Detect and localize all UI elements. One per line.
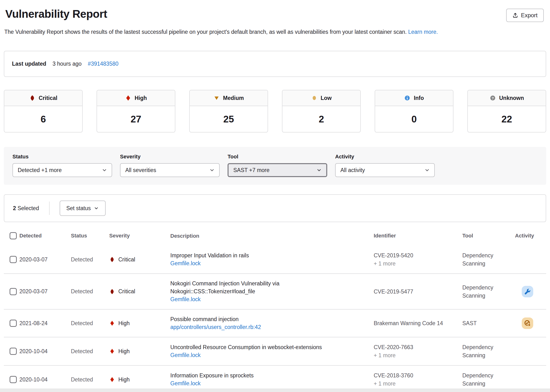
issue-created-badge[interactable] [522, 286, 533, 297]
table-row[interactable]: 2020-10-04 Detected High Information Exp… [4, 366, 546, 392]
row-checkbox[interactable] [10, 376, 17, 383]
filter-status: Status Detected +1 more [13, 154, 112, 177]
severity-card-count: 6 [4, 106, 82, 132]
severity-card-label: Critical [39, 95, 57, 101]
status-text: Detected [71, 376, 109, 383]
tool-text: Dependency Scanning [462, 283, 515, 300]
severity-card-high[interactable]: High 27 [97, 90, 175, 133]
row-checkbox[interactable] [10, 348, 17, 355]
dismissed-badge[interactable] [522, 317, 533, 329]
severity-high-icon [109, 348, 115, 354]
table-row[interactable]: 2020-10-04 Detected High Uncontrolled Re… [4, 337, 546, 366]
severity-card-label: Info [414, 95, 424, 101]
tool-filter-dropdown[interactable]: SAST +7 more [228, 163, 327, 177]
vulnerability-location-link[interactable]: Gemfile.lock [170, 295, 201, 303]
row-checkbox[interactable] [10, 288, 17, 295]
severity-high-icon [109, 320, 115, 326]
set-status-button[interactable]: Set status [60, 201, 106, 216]
selected-count-label: Selected [17, 205, 39, 211]
filter-activity: Activity All activity [335, 154, 435, 177]
severity-card-info[interactable]: Info 0 [375, 90, 453, 133]
activity-filter-dropdown[interactable]: All activity [335, 163, 435, 177]
row-checkbox[interactable] [10, 320, 17, 327]
severity-card-label: Low [321, 95, 332, 101]
identifier-text: CVE-2020-7663 [374, 343, 458, 351]
filters-bar: Status Detected +1 more Severity All sev… [4, 147, 546, 185]
column-header-identifier: Identifier [374, 232, 462, 240]
column-header-tool: Tool [462, 232, 515, 240]
status-text: Detected [71, 256, 109, 263]
bottom-scroll-strip [0, 389, 550, 392]
last-updated-label: Last updated [12, 61, 46, 67]
severity-card-low[interactable]: Low 2 [282, 90, 361, 133]
svg-text:?: ? [492, 96, 494, 100]
vulnerability-title: Improper Input Validation in rails [170, 252, 364, 259]
chevron-down-icon [424, 167, 430, 173]
chevron-down-icon [316, 167, 322, 173]
identifier-text: CVE-2019-5477 [374, 287, 458, 296]
severity-medium-icon [213, 95, 220, 101]
table-row[interactable]: 2020-03-07 Detected Critical Nokogiri Co… [4, 274, 546, 310]
table-row[interactable]: 2020-03-07 Detected Critical Improper In… [4, 245, 546, 274]
column-header-status: Status [71, 233, 109, 239]
tool-text: Dependency Scanning [462, 251, 515, 268]
learn-more-link[interactable]: Learn more. [408, 29, 438, 35]
select-all-checkbox[interactable] [10, 232, 17, 239]
activity-cell [515, 317, 546, 329]
vulnerability-location-link[interactable]: Gemfile.lock [170, 259, 201, 267]
page-header: Vulnerability Report Export [4, 7, 546, 22]
export-button[interactable]: Export [506, 9, 544, 22]
wrench-icon [524, 288, 531, 295]
column-header-activity: Activity [515, 233, 546, 239]
severity-high-icon [109, 377, 115, 382]
check-dismissed-icon [524, 320, 531, 327]
row-checkbox[interactable] [10, 256, 17, 263]
last-updated-time: 3 hours ago [52, 61, 81, 67]
vulnerability-report-page: Vulnerability Report Export The Vulnerab… [0, 0, 550, 392]
status-text: Detected [71, 320, 109, 327]
vulnerability-location-link[interactable]: Gemfile.lock [170, 351, 201, 359]
filter-severity-label: Severity [120, 154, 220, 160]
toolbar-divider [49, 202, 49, 215]
severity-label: Critical [118, 288, 135, 295]
tool-filter-value: SAST +7 more [233, 167, 270, 174]
severity-card-count: 0 [375, 106, 453, 132]
severity-high-icon [125, 95, 131, 101]
detected-date: 2020-03-07 [19, 288, 71, 295]
filter-severity: Severity All severities [120, 154, 220, 177]
tool-text: Dependency Scanning [462, 371, 515, 388]
vulnerability-title: Possible command injection [170, 315, 364, 323]
vulnerability-location-link[interactable]: app/controllers/users_controller.rb:42 [170, 323, 261, 331]
severity-info-icon [404, 95, 410, 101]
filter-activity-label: Activity [335, 154, 435, 160]
severity-filter-value: All severities [125, 167, 156, 174]
severity-card-count: 27 [97, 106, 175, 132]
activity-cell [515, 286, 546, 297]
status-filter-dropdown[interactable]: Detected +1 more [13, 163, 112, 177]
severity-card-medium[interactable]: Medium 25 [189, 90, 268, 133]
selected-count-number: 2 [13, 205, 16, 211]
severity-critical-icon [109, 257, 115, 262]
severity-card-unknown[interactable]: ? Unknown 22 [467, 90, 546, 133]
severity-card-label: Unknown [499, 95, 524, 101]
chevron-down-icon [102, 167, 107, 173]
severity-summary: Critical 6 High 27 Medium 25 [4, 90, 546, 133]
severity-card-critical[interactable]: Critical 6 [4, 90, 83, 133]
detected-date: 2020-10-04 [19, 348, 71, 355]
last-updated-panel: Last updated 3 hours ago #391483580 [4, 51, 546, 77]
identifier-more-text: + 1 more [374, 379, 458, 388]
identifier-text: Brakeman Warning Code 14 [374, 319, 458, 327]
table-header: Detected Status Severity Description Ide… [4, 232, 546, 245]
tool-text: SAST [462, 319, 515, 327]
detected-date: 2020-10-04 [19, 376, 71, 383]
severity-card-count: 22 [468, 106, 546, 132]
status-text: Detected [71, 288, 109, 295]
detected-date: 2021-08-24 [19, 320, 71, 327]
vulnerability-location-link[interactable]: Gemfile.lock [170, 379, 201, 387]
detected-date: 2020-03-07 [19, 256, 71, 263]
severity-filter-dropdown[interactable]: All severities [120, 163, 220, 177]
filter-tool-label: Tool [228, 154, 327, 160]
table-row[interactable]: 2021-08-24 Detected High Possible comman… [4, 310, 546, 337]
pipeline-link[interactable]: #391483580 [88, 61, 118, 67]
identifier-more-text: + 1 more [374, 259, 458, 268]
